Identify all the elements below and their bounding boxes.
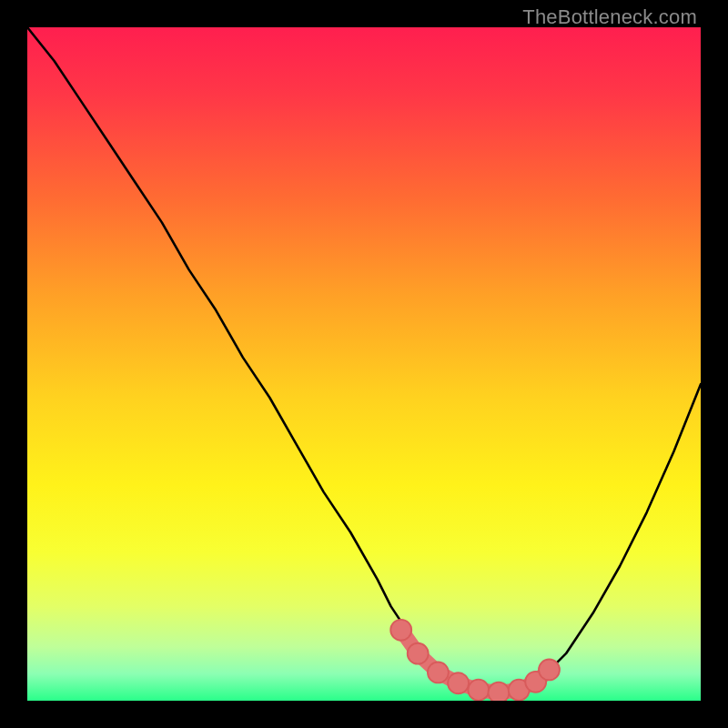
marker-dot [539, 659, 560, 680]
marker-dot [468, 680, 489, 701]
marker-dot [390, 620, 411, 641]
chart-frame: { "watermark": "TheBottleneck.com", "col… [0, 0, 728, 728]
marker-dot [448, 672, 469, 693]
marker-dot [428, 662, 449, 682]
plot-area [27, 27, 701, 701]
curve-layer [27, 27, 701, 701]
marker-dot [489, 682, 510, 701]
marker-group [390, 620, 560, 701]
marker-dot [408, 643, 429, 664]
bottleneck-curve [27, 27, 701, 693]
watermark-text: TheBottleneck.com [522, 5, 697, 29]
